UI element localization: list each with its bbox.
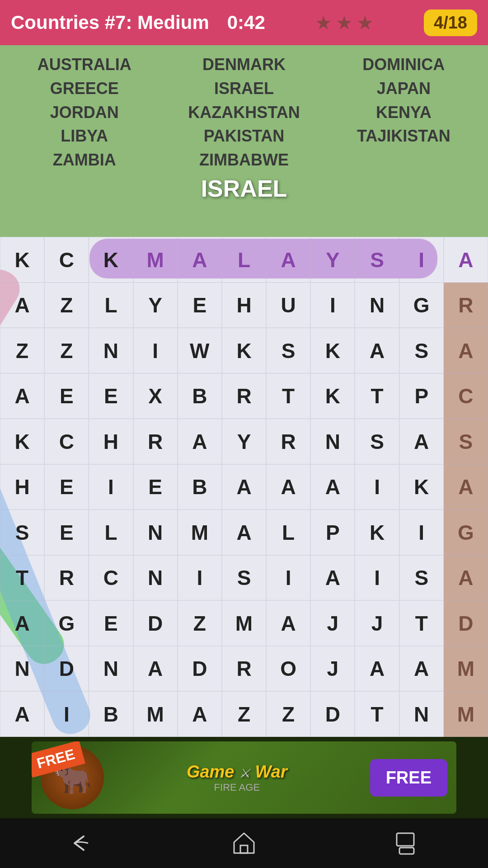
cell-4-10[interactable]: S: [444, 419, 488, 464]
cell-6-2[interactable]: L: [89, 509, 133, 555]
cell-5-4[interactable]: B: [178, 464, 222, 510]
cell-8-0[interactable]: A: [0, 600, 44, 646]
cell-0-4[interactable]: A: [178, 237, 222, 283]
cell-0-10[interactable]: A: [444, 237, 488, 283]
cell-1-9[interactable]: G: [399, 283, 444, 328]
cell-5-5[interactable]: A: [222, 464, 266, 510]
cell-2-1[interactable]: Z: [44, 328, 89, 373]
cell-7-10[interactable]: A: [444, 555, 488, 601]
cell-4-6[interactable]: R: [266, 419, 310, 464]
cell-4-1[interactable]: C: [44, 419, 89, 464]
cell-1-7[interactable]: I: [310, 283, 355, 328]
cell-6-0[interactable]: S: [0, 509, 44, 555]
cell-6-7[interactable]: P: [310, 509, 355, 555]
cell-8-1[interactable]: G: [44, 600, 89, 646]
cell-5-8[interactable]: I: [355, 464, 399, 510]
cell-5-7[interactable]: A: [310, 464, 355, 510]
cell-10-8[interactable]: T: [355, 691, 399, 737]
cell-9-8[interactable]: A: [355, 646, 399, 692]
cell-3-2[interactable]: E: [89, 373, 133, 419]
cell-0-3[interactable]: M: [133, 237, 178, 283]
cell-4-7[interactable]: N: [310, 419, 355, 464]
cell-3-5[interactable]: R: [222, 373, 266, 419]
cell-9-5[interactable]: R: [222, 646, 266, 692]
cell-2-3[interactable]: I: [133, 328, 178, 373]
cell-8-9[interactable]: T: [399, 600, 444, 646]
cell-9-7[interactable]: J: [310, 646, 355, 692]
cell-7-9[interactable]: S: [399, 555, 444, 601]
cell-6-10[interactable]: G: [444, 509, 488, 555]
cell-4-5[interactable]: Y: [222, 419, 266, 464]
cell-2-2[interactable]: N: [89, 328, 133, 373]
cell-9-0[interactable]: N: [0, 646, 44, 692]
cell-5-10[interactable]: A: [444, 464, 488, 510]
cell-0-6[interactable]: A: [266, 237, 310, 283]
cell-9-1[interactable]: D: [44, 646, 89, 692]
cell-10-9[interactable]: N: [399, 691, 444, 737]
ad-inner[interactable]: FREE 🐂 Game ⚔ War FIRE AGE FREE: [32, 741, 456, 814]
cell-2-6[interactable]: S: [266, 328, 310, 373]
cell-3-9[interactable]: P: [399, 373, 444, 419]
cell-8-8[interactable]: J: [355, 600, 399, 646]
cell-6-8[interactable]: K: [355, 509, 399, 555]
cell-10-0[interactable]: A: [0, 691, 44, 737]
cell-6-9[interactable]: I: [399, 509, 444, 555]
cell-7-5[interactable]: S: [222, 555, 266, 601]
cell-3-7[interactable]: K: [310, 373, 355, 419]
cell-6-6[interactable]: L: [266, 509, 310, 555]
cell-7-0[interactable]: T: [0, 555, 44, 601]
cell-10-1[interactable]: I: [44, 691, 89, 737]
cell-3-10[interactable]: C: [444, 373, 488, 419]
cell-7-8[interactable]: I: [355, 555, 399, 601]
cell-2-9[interactable]: S: [399, 328, 444, 373]
cell-4-4[interactable]: A: [178, 419, 222, 464]
cell-3-1[interactable]: E: [44, 373, 89, 419]
cell-8-3[interactable]: D: [133, 600, 178, 646]
cell-2-8[interactable]: A: [355, 328, 399, 373]
cell-4-9[interactable]: A: [399, 419, 444, 464]
ad-banner[interactable]: FREE 🐂 Game ⚔ War FIRE AGE FREE: [0, 737, 488, 818]
cell-7-1[interactable]: R: [44, 555, 89, 601]
cell-7-3[interactable]: N: [133, 555, 178, 601]
cell-8-6[interactable]: A: [266, 600, 310, 646]
cell-10-4[interactable]: A: [178, 691, 222, 737]
puzzle-grid[interactable]: K C K M A L A Y S I A A Z L Y E H U I N …: [0, 237, 488, 737]
cell-5-0[interactable]: H: [0, 464, 44, 510]
ad-free-button[interactable]: FREE: [370, 759, 447, 797]
cell-3-8[interactable]: T: [355, 373, 399, 419]
cell-0-9[interactable]: I: [399, 237, 444, 283]
cell-10-2[interactable]: B: [89, 691, 133, 737]
cell-3-6[interactable]: T: [266, 373, 310, 419]
cell-2-5[interactable]: K: [222, 328, 266, 373]
cell-8-2[interactable]: E: [89, 600, 133, 646]
cell-10-6[interactable]: Z: [266, 691, 310, 737]
cell-1-0[interactable]: A: [0, 283, 44, 328]
cell-9-2[interactable]: N: [89, 646, 133, 692]
cell-8-7[interactable]: J: [310, 600, 355, 646]
cell-0-7[interactable]: Y: [310, 237, 355, 283]
cell-0-8[interactable]: S: [355, 237, 399, 283]
cell-2-7[interactable]: K: [310, 328, 355, 373]
cell-1-10[interactable]: R: [444, 283, 488, 328]
cell-9-9[interactable]: A: [399, 646, 444, 692]
cell-0-0[interactable]: K: [0, 237, 44, 283]
cell-4-3[interactable]: R: [133, 419, 178, 464]
cell-1-5[interactable]: H: [222, 283, 266, 328]
cell-2-10[interactable]: A: [444, 328, 488, 373]
cell-1-4[interactable]: E: [178, 283, 222, 328]
cell-7-6[interactable]: I: [266, 555, 310, 601]
cell-10-10[interactable]: M: [444, 691, 488, 737]
cell-10-5[interactable]: Z: [222, 691, 266, 737]
cell-2-0[interactable]: Z: [0, 328, 44, 373]
cell-0-1[interactable]: C: [44, 237, 89, 283]
cell-3-0[interactable]: A: [0, 373, 44, 419]
cell-8-4[interactable]: Z: [178, 600, 222, 646]
cell-6-3[interactable]: N: [133, 509, 178, 555]
cell-7-4[interactable]: I: [178, 555, 222, 601]
cell-1-6[interactable]: U: [266, 283, 310, 328]
cell-9-4[interactable]: D: [178, 646, 222, 692]
back-button[interactable]: [63, 825, 99, 861]
cell-3-4[interactable]: B: [178, 373, 222, 419]
cell-1-1[interactable]: Z: [44, 283, 89, 328]
cell-10-3[interactable]: M: [133, 691, 178, 737]
